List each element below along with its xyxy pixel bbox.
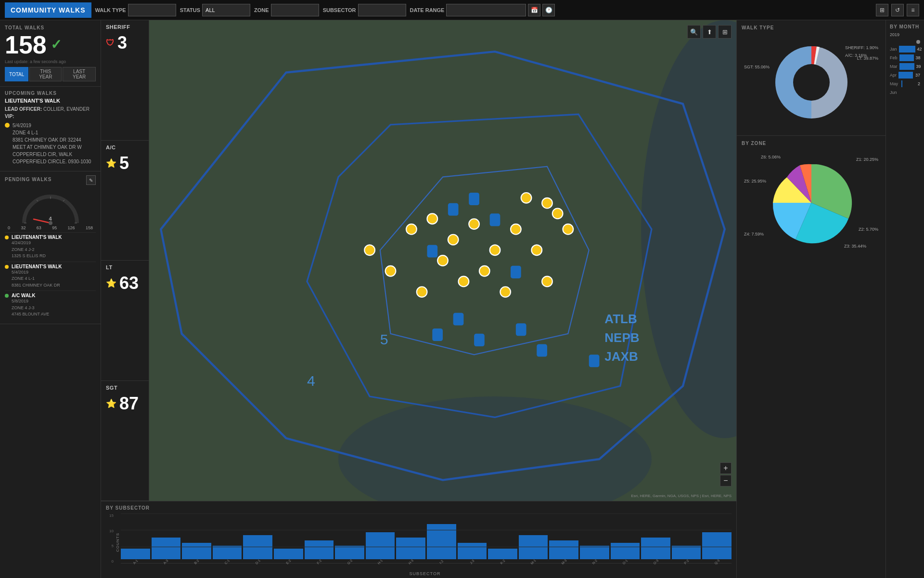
top-bar: COMMUNITY WALKS WALK TYPE STATUS ALL ZON… <box>0 0 924 20</box>
bar-column: I-2 <box>427 524 456 564</box>
svg-line-0 <box>34 219 51 223</box>
bar-label: H-3 <box>408 559 414 565</box>
z1-label: Z1: 20.25% <box>856 157 878 162</box>
total-tab[interactable]: TOTAL <box>5 67 28 81</box>
vip-label: VIP: <box>5 114 14 119</box>
svg-rect-41 <box>589 355 600 367</box>
bar-label: B-2 <box>193 559 200 565</box>
map-background: ATLB NEPB JAXB 4 5 <box>149 20 736 501</box>
month-row: Jan 42 <box>890 46 920 53</box>
month-bar <box>899 54 914 61</box>
subsector-section: BY SUBSECTOR 15 10 5 0 COUNTS <box>101 501 736 578</box>
bar-column: O-1 <box>611 543 640 564</box>
bar-column: G-2 <box>335 546 364 564</box>
by-month-year: 2019 <box>890 32 920 37</box>
status-select[interactable]: ALL <box>202 4 250 16</box>
search-map-btn[interactable]: 🔍 <box>687 25 701 39</box>
bar <box>366 532 395 559</box>
refresh-btn[interactable]: ↺ <box>891 4 904 16</box>
date-range-input[interactable]: 1/1/2019 <box>446 4 526 16</box>
bar-label: P-2 <box>683 559 690 565</box>
gauge-container: 0 32 63 95 126 158 4 <box>5 187 96 230</box>
zone-label-jaxb: JAXB <box>604 349 638 364</box>
this-year-tab[interactable]: THIS YEAR <box>29 67 62 81</box>
layers-map-btn[interactable]: ⊞ <box>718 25 732 39</box>
bar-column: C-1 <box>213 546 242 564</box>
svg-point-19 <box>417 287 427 297</box>
zoom-in-btn[interactable]: + <box>720 462 732 474</box>
subsector-select[interactable] <box>358 4 406 16</box>
svg-point-23 <box>385 266 396 276</box>
bar-label: N-2 <box>591 559 598 565</box>
upcoming-walk-item: 5/4/2019 ZONE 4 L-1 8381 CHIMNEY OAK DR … <box>5 120 96 167</box>
month-label: Apr <box>890 73 897 78</box>
month-label: Feb <box>890 55 898 60</box>
lt-count: ⭐ 63 <box>106 273 144 293</box>
right-panel: WALK TYPE SHERIFF: 1.90% <box>736 20 886 578</box>
menu-btn[interactable]: ≡ <box>907 4 919 16</box>
last-year-tab[interactable]: LAST YEAR <box>63 67 96 81</box>
bar-label: H-1 <box>377 559 384 565</box>
walk-type-select[interactable] <box>128 4 176 16</box>
pending-walk-meta: 4/24/2019ZONE 4 J-21325 S ELLIS RD <box>12 240 62 260</box>
bar-column: N-2 <box>580 546 609 564</box>
bar-label: G-2 <box>346 559 353 565</box>
svg-point-18 <box>500 287 511 297</box>
bar <box>396 538 425 559</box>
sgt-count: ⭐ 87 <box>106 394 144 414</box>
bar <box>213 546 242 559</box>
calendar-icon-btn[interactable]: 📅 <box>528 4 540 16</box>
lt-icon: ⭐ <box>106 278 116 289</box>
gauge-value: 4 <box>49 216 51 222</box>
bar-column: E-2 <box>274 549 303 564</box>
share-map-btn[interactable]: ⬆ <box>703 25 716 39</box>
month-bar-container <box>898 72 913 79</box>
upcoming-walk-info: 5/4/2019 ZONE 4 L-1 8381 CHIMNEY OAK DR … <box>13 122 96 165</box>
zone-label-nepb: NEPB <box>604 330 639 345</box>
svg-point-21 <box>531 245 542 255</box>
svg-point-42 <box>793 64 830 101</box>
clock-icon-btn[interactable]: 🕐 <box>542 4 555 16</box>
svg-point-11 <box>427 213 437 224</box>
zone-label: ZONE <box>254 7 269 13</box>
pending-edit-btn[interactable]: ✎ <box>86 175 96 185</box>
bar-column: P-2 <box>672 546 701 564</box>
bar-column: K-2 <box>488 549 517 564</box>
total-walks-label: TOTAL WALKS <box>5 25 96 30</box>
bar-label: O-1 <box>622 559 628 565</box>
svg-rect-34 <box>537 344 547 357</box>
pending-dot <box>5 265 9 269</box>
y-axis-label: COUNTS <box>116 533 120 552</box>
svg-point-13 <box>469 219 479 229</box>
zone-pie-svg <box>768 159 855 246</box>
bar <box>549 540 578 559</box>
zoom-out-btn[interactable]: − <box>720 475 732 486</box>
month-count: 42 <box>917 47 922 52</box>
z5-label: Z5: 25.95% <box>744 179 766 184</box>
svg-point-40 <box>563 224 574 235</box>
bar <box>519 535 548 559</box>
zone-select[interactable] <box>271 4 319 16</box>
walk-type-chart: SHERIFF: 1.90% A/C: 3.16% SGT: 55.06% LT… <box>742 34 881 131</box>
lt-title: LT <box>106 264 144 270</box>
month-bar-container <box>901 89 910 96</box>
bar <box>152 538 181 559</box>
upcoming-walk-dot <box>5 123 10 128</box>
bar-label: I-2 <box>439 559 444 565</box>
sheriff-count: 🛡 3 <box>106 33 144 53</box>
upcoming-walks-section: UPCOMING WALKS LIEUTENANT'S WALK LEAD OF… <box>0 87 101 171</box>
zone-filter: ZONE <box>254 4 319 16</box>
grid-view-btn[interactable]: ⊞ <box>876 4 888 16</box>
z2-label: Z2: 5.70% <box>859 227 878 232</box>
bar-label: A-3 <box>163 559 169 565</box>
svg-point-16 <box>459 276 469 287</box>
subsector-chart: 15 10 5 0 COUNTS A-1A-3B-2C-1D-1E <box>106 513 732 571</box>
month-bar <box>899 63 914 70</box>
month-row: Mar 39 <box>890 63 920 70</box>
pending-walk-item: LIEUTENANT'S WALK 5/4/2019ZONE 4 L-18381… <box>5 262 96 291</box>
pending-walk-name: LIEUTENANT'S WALK <box>12 264 62 269</box>
svg-rect-29 <box>511 266 521 278</box>
ac-card: A/C ⭐ 5 <box>101 141 149 261</box>
map-container[interactable]: ATLB NEPB JAXB 4 5 🔍 ⬆ ⊞ <box>149 20 736 501</box>
svg-point-12 <box>448 235 459 245</box>
